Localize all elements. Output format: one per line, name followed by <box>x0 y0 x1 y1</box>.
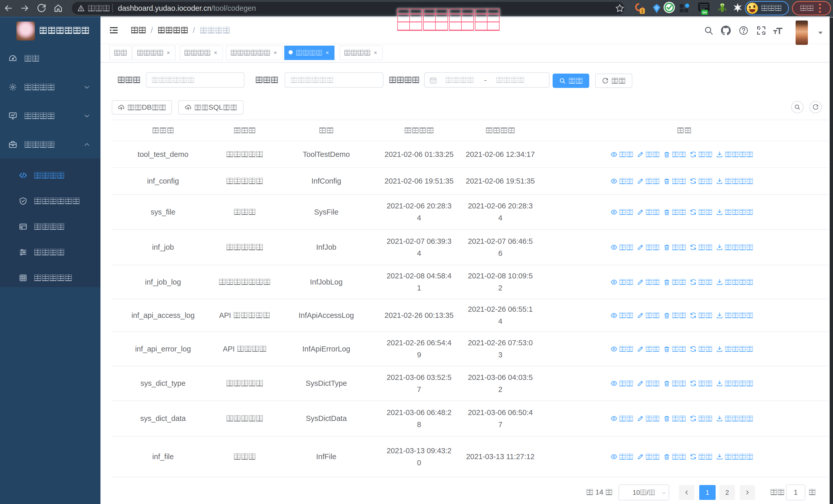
svg-text:1: 1 <box>641 9 643 14</box>
svg-text:on: on <box>702 10 707 14</box>
